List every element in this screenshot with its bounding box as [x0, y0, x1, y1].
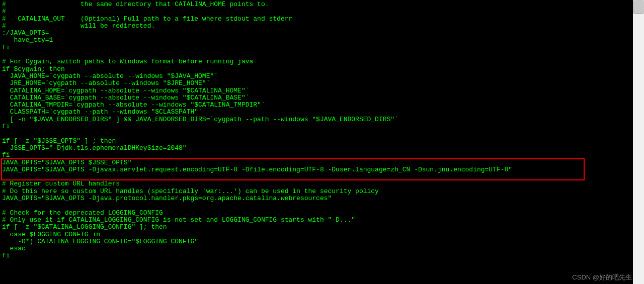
- terminal-line: [2, 202, 631, 209]
- terminal-line: have_tty=1: [2, 37, 631, 44]
- terminal-line: [2, 173, 631, 180]
- terminal-line: [ -n "$JAVA_ENDORSED_DIRS" ] && JAVA_END…: [2, 116, 631, 123]
- scrollbar-track[interactable]: [633, 0, 644, 284]
- terminal-line: JAVA_OPTS="$JAVA_OPTS $JSSE_OPTS": [2, 159, 631, 166]
- scrollbar-thumb[interactable]: [633, 1, 643, 14]
- terminal-line: # Only use it if CATALINA_LOGGING_CONFIG…: [2, 217, 631, 224]
- terminal-line: if [ -z "$JSSE_OPTS" ] ; then: [2, 138, 631, 145]
- terminal-line: fi: [2, 252, 631, 259]
- terminal-content: # the same directory that CATALINA_HOME …: [0, 0, 633, 284]
- terminal-line: CATALINA_TMPDIR=`cygpath --absolute --wi…: [2, 102, 631, 109]
- terminal-line: JRE_HOME=`cygpath --absolute --windows "…: [2, 80, 631, 87]
- terminal-line: # will be redirected.: [2, 23, 631, 30]
- terminal-line: if [ -z "$CATALINA_LOGGING_CONFIG" ]; th…: [2, 224, 631, 231]
- terminal-line: JAVA_OPTS="$JAVA_OPTS -Djavax.servlet.re…: [2, 166, 631, 173]
- terminal-line: if $cygwin; then: [2, 66, 631, 73]
- terminal-line: [2, 130, 631, 137]
- terminal-line: [2, 51, 631, 58]
- terminal-line: CLASSPATH=`cygpath --path --windows "$CL…: [2, 109, 631, 116]
- terminal-line: # CATALINA_OUT (Optional) Full path to a…: [2, 16, 631, 23]
- terminal-line: fi: [2, 152, 631, 159]
- terminal-line: # Register custom URL handlers: [2, 180, 631, 187]
- terminal-line: fi: [2, 44, 631, 51]
- terminal-line: fi: [2, 123, 631, 130]
- terminal-line: JAVA_OPTS="$JAVA_OPTS -Djava.protocol.ha…: [2, 195, 631, 202]
- terminal-line: # the same directory that CATALINA_HOME …: [2, 1, 631, 8]
- terminal-line: JSSE_OPTS="-Djdk.tls.ephemeralDHKeySize=…: [2, 145, 631, 152]
- terminal-line: #: [2, 8, 631, 15]
- terminal-line: # Check for the deprecated LOGGING_CONFI…: [2, 210, 631, 217]
- terminal-line: CATALINA_BASE=`cygpath --absolute --wind…: [2, 94, 631, 102]
- terminal-line: esac: [2, 245, 631, 252]
- terminal-line: CATALINA_HOME=`cygpath --absolute --wind…: [2, 87, 631, 94]
- terminal-line: # For Cygwin, switch paths to Windows fo…: [2, 58, 631, 65]
- terminal-line: JAVA_HOME=`cygpath --absolute --windows …: [2, 73, 631, 80]
- terminal-line: -D*) CATALINA_LOGGING_CONFIG="$LOGGING_C…: [2, 238, 631, 245]
- terminal-line: :/JAVA_OPTS=: [2, 30, 631, 37]
- terminal-line: # Do this here so custom URL handles (sp…: [2, 188, 631, 195]
- terminal-line: case $LOGGING_CONFIG in: [2, 231, 631, 238]
